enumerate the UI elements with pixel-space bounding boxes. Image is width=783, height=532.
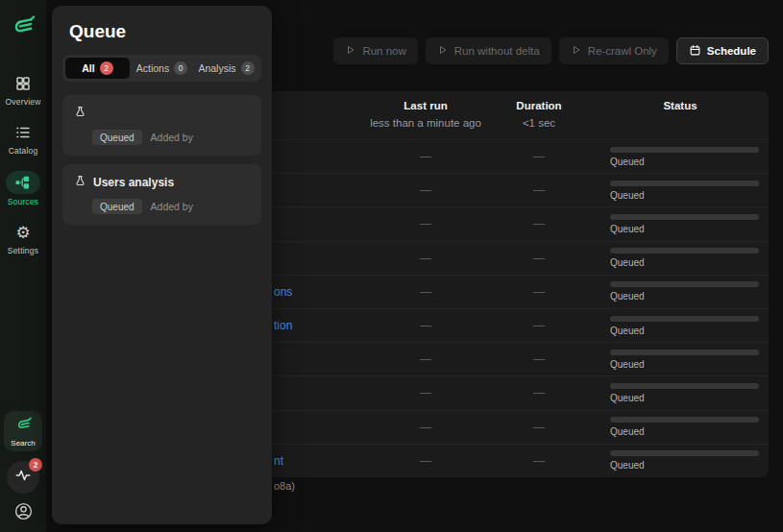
queue-item-title: Users analysis — [93, 176, 174, 189]
sidebar-item-sources[interactable]: Sources — [0, 171, 46, 206]
action-bar: Run now Run without delta Re-crawl Only … — [333, 37, 769, 64]
catalog-list-icon — [12, 122, 34, 143]
sources-nodes-icon — [12, 172, 34, 193]
run-now-button[interactable]: Run now — [333, 37, 417, 64]
source-name-link[interactable]: tion — [274, 319, 292, 332]
sidebar-item-label: Settings — [8, 246, 38, 255]
queue-item-added-by: Added by — [151, 132, 193, 143]
last-run-value: — — [365, 217, 486, 230]
duration-value: — — [486, 252, 592, 265]
progress-bar — [610, 181, 759, 186]
status-label: Queued — [610, 157, 759, 167]
sidebar: Overview Catalog — [0, 0, 46, 532]
tab-analysis-label: Analysis — [198, 62, 235, 74]
progress-bar — [610, 350, 759, 355]
run-without-delta-button[interactable]: Run without delta — [426, 37, 551, 64]
recrawl-only-button[interactable]: Re-crawl Only — [559, 37, 669, 64]
last-run-value: — — [365, 285, 486, 299]
status-label: Queued — [610, 190, 759, 201]
source-name-link[interactable]: nt — [274, 454, 283, 468]
search-logo-icon — [14, 416, 33, 438]
progress-bar — [610, 147, 759, 153]
duration-value: — — [486, 319, 592, 332]
last-run-value: — — [365, 386, 486, 399]
search-button-label: Search — [11, 439, 35, 447]
last-run-value: — — [365, 454, 486, 468]
progress-bar — [610, 281, 759, 287]
queue-item-status-chip: Queued — [92, 199, 142, 214]
last-run-column-header: Last run — [365, 100, 486, 111]
status-label: Queued — [610, 393, 759, 403]
queue-item-added-by: Added by — [151, 201, 193, 212]
progress-bar — [610, 450, 759, 456]
last-run-value: — — [365, 421, 486, 434]
sidebar-item-label: Overview — [5, 97, 40, 107]
progress-bar — [610, 248, 759, 254]
calendar-icon — [689, 44, 701, 59]
last-run-value: — — [365, 252, 486, 265]
app-logo-icon — [10, 13, 37, 40]
user-icon — [13, 501, 34, 525]
play-icon — [345, 44, 356, 58]
flask-icon — [74, 174, 86, 191]
sidebar-item-settings[interactable]: ⚙ Settings — [0, 222, 46, 255]
status-label: Queued — [610, 224, 759, 234]
progress-bar — [610, 214, 759, 220]
queue-tabs: All 2 Actions 0 Analysis 2 — [62, 55, 261, 82]
gear-icon: ⚙ — [12, 222, 34, 243]
activity-badge: 2 — [29, 458, 42, 472]
duration-value: — — [486, 285, 592, 299]
queue-panel-title: Queue — [69, 21, 261, 42]
duration-value: — — [486, 217, 592, 230]
last-run-value: — — [365, 352, 486, 366]
duration-summary: <1 sec — [486, 117, 592, 129]
app-window: Overview Catalog — [0, 0, 783, 532]
queue-item-list: Queued Added by Users analysis Queued Ad… — [62, 95, 261, 225]
status-label: Queued — [610, 359, 759, 370]
sidebar-item-label: Sources — [8, 197, 39, 206]
duration-value: — — [486, 386, 592, 399]
tab-all-count-badge: 2 — [100, 61, 113, 75]
status-label: Queued — [610, 460, 759, 471]
sidebar-item-label: Catalog — [9, 146, 38, 156]
search-button[interactable]: Search — [4, 411, 42, 451]
run-without-delta-label: Run without delta — [454, 45, 540, 57]
schedule-button[interactable]: Schedule — [676, 37, 769, 64]
duration-value: — — [486, 352, 592, 366]
tab-all-label: All — [82, 62, 94, 74]
queue-item[interactable]: Users analysis Queued Added by — [62, 164, 261, 225]
status-label: Queued — [610, 426, 759, 437]
duration-value: — — [486, 421, 592, 434]
activity-button[interactable]: 2 — [7, 461, 39, 494]
active-nav-pill — [6, 171, 40, 194]
last-run-value: — — [365, 183, 486, 197]
duration-value: — — [486, 150, 592, 163]
overview-grid-icon — [12, 73, 34, 94]
duration-column-header: Duration — [486, 100, 592, 111]
progress-bar — [610, 316, 759, 322]
duration-value: — — [486, 183, 592, 197]
last-run-summary: less than a minute ago — [365, 117, 486, 129]
progress-bar — [610, 383, 759, 389]
duration-value: — — [486, 454, 592, 468]
tab-actions[interactable]: Actions 0 — [130, 58, 194, 79]
tab-analysis-count-badge: 2 — [241, 61, 255, 75]
flask-icon — [74, 105, 86, 122]
queue-panel: Queue All 2 Actions 0 Analysis 2 — [52, 6, 272, 524]
tab-analysis[interactable]: Analysis 2 — [194, 58, 258, 79]
schedule-label: Schedule — [707, 45, 756, 57]
sidebar-item-overview[interactable]: Overview — [0, 73, 46, 107]
queue-item-status-chip: Queued — [92, 130, 142, 145]
tab-all[interactable]: All 2 — [65, 58, 130, 79]
queue-item[interactable]: Queued Added by — [62, 95, 261, 156]
source-name-link[interactable]: ons — [274, 285, 292, 299]
play-icon — [437, 44, 449, 58]
source-id-fragment: o8a) — [274, 480, 295, 492]
last-run-value: — — [365, 319, 486, 332]
account-button[interactable] — [12, 501, 35, 524]
pulse-icon — [14, 467, 32, 488]
status-column-header: Status — [592, 100, 769, 111]
run-now-label: Run now — [362, 45, 405, 57]
progress-bar — [610, 417, 759, 423]
sidebar-item-catalog[interactable]: Catalog — [0, 122, 46, 156]
